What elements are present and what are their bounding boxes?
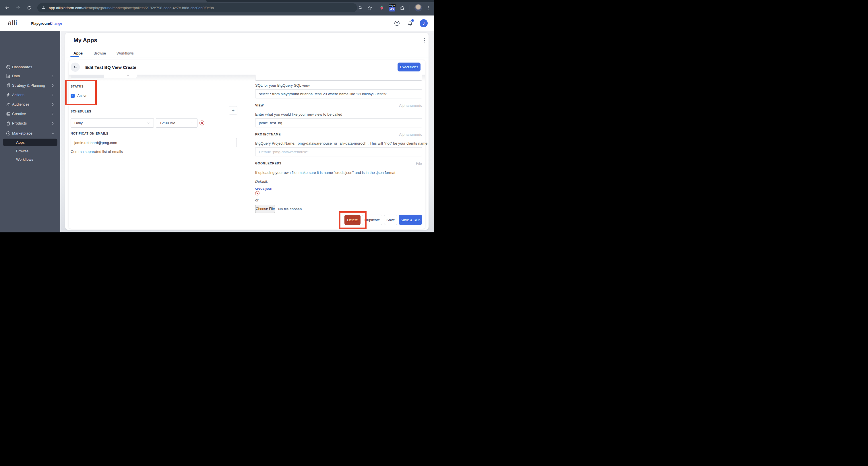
- chevron-down-icon: [147, 121, 150, 125]
- extension-strawberry-button[interactable]: [378, 4, 385, 11]
- browser-reload-button[interactable]: [24, 3, 34, 12]
- strawberry-icon: [379, 5, 384, 10]
- sidebar-item-dashboards[interactable]: Dashboards: [0, 62, 60, 72]
- duplicate-button[interactable]: Duplicate: [362, 215, 382, 225]
- sidebar-item-label: Dashboards: [12, 65, 32, 69]
- default-label: Default:: [255, 179, 268, 184]
- lightning-icon: [6, 92, 11, 98]
- extension-days-badge[interactable]: Days -22: [388, 3, 397, 12]
- sidebar-item-label: Creative: [12, 112, 26, 116]
- browser-profile-avatar[interactable]: [414, 4, 422, 11]
- browser-forward-button[interactable]: [13, 3, 23, 12]
- sidebar-item-marketplace[interactable]: Marketplace: [0, 129, 60, 138]
- browser-bookmark-button[interactable]: [366, 4, 373, 11]
- creds-file-link[interactable]: creds.json: [255, 186, 272, 190]
- sidebar-subitem-workflows[interactable]: Workflows: [0, 156, 60, 163]
- sidebar-item-audiences[interactable]: Audiences: [0, 100, 60, 109]
- remove-schedule-button[interactable]: ✕: [199, 121, 205, 125]
- no-file-chosen-text: No file chosen: [278, 207, 302, 211]
- browser-menu-button[interactable]: [425, 4, 432, 11]
- projectname-helper: BigQuery Project Name: `pmg-datawarehous…: [255, 141, 427, 146]
- chevron-right-icon: [51, 93, 55, 97]
- sidebar-subitem-label: Apps: [16, 140, 25, 145]
- svg-text:?: ?: [396, 22, 398, 25]
- sidebar-item-label: Strategy & Planning: [12, 83, 45, 88]
- sidebar-item-actions[interactable]: Actions: [0, 90, 60, 100]
- url-text: app.alliplatform.com/client/playground/m…: [49, 6, 214, 10]
- schedule-time-value: 12:00 AM: [160, 121, 175, 125]
- googlecreds-type-badge: File: [365, 161, 422, 165]
- app-header: [0, 15, 434, 31]
- browser-extensions-button[interactable]: [399, 4, 406, 11]
- choose-file-button[interactable]: Choose File: [255, 205, 275, 213]
- googlecreds-helper: If uploading your own file, make sure it…: [255, 170, 395, 175]
- view-label: VIEW: [255, 103, 264, 107]
- card-menu-button[interactable]: [422, 37, 427, 43]
- sidebar: Dashboards Data Strategy & Planning Acti…: [0, 31, 60, 232]
- delete-button[interactable]: Delete: [344, 215, 361, 225]
- forward-icon: [16, 5, 21, 10]
- sidebar-item-label: Audiences: [12, 102, 30, 106]
- tab-browse[interactable]: Browse: [94, 51, 106, 55]
- chevron-right-icon: [51, 112, 55, 116]
- back-icon: [5, 5, 10, 10]
- remove-creds-file-button[interactable]: ✕: [255, 191, 259, 195]
- status-label: STATUS: [71, 85, 84, 88]
- reload-icon: [27, 5, 32, 10]
- alli-logo[interactable]: alli: [8, 19, 17, 27]
- sidebar-item-products[interactable]: Products: [0, 119, 60, 128]
- tab-apps[interactable]: Apps: [73, 51, 83, 55]
- view-input[interactable]: [255, 118, 422, 127]
- sidebar-subitem-browse[interactable]: Browse: [0, 147, 60, 155]
- sql-input[interactable]: [255, 89, 422, 98]
- back-button[interactable]: [71, 63, 80, 72]
- projectname-type-badge: Alphanumeric: [365, 132, 422, 136]
- user-avatar[interactable]: J: [420, 19, 428, 27]
- googlecreds-label: GOOGLECREDS: [255, 161, 282, 165]
- people-icon: [6, 102, 11, 107]
- star-icon: [367, 5, 372, 10]
- sidebar-item-strategy-planning[interactable]: Strategy & Planning: [0, 81, 60, 90]
- chevron-right-icon: [51, 84, 55, 87]
- schedule-time-select[interactable]: 12:00 AM: [156, 118, 197, 128]
- executions-button[interactable]: Executions: [398, 63, 421, 71]
- back-arrow-icon: [73, 65, 78, 69]
- magnifier-icon: [358, 5, 363, 10]
- days-badge-value: -22: [389, 7, 395, 11]
- sidebar-subitem-apps[interactable]: Apps: [0, 138, 60, 146]
- notification-emails-label: NOTIFICATION EMAILS: [71, 132, 108, 135]
- clipped-segmented-control[interactable]: ••: [71, 74, 137, 78]
- status-checkbox-row: ✓ Active: [71, 94, 87, 98]
- schedule-frequency-select[interactable]: Daily: [71, 118, 154, 128]
- screen: app.alliplatform.com/client/playground/m…: [0, 0, 434, 233]
- notifications-button[interactable]: [406, 19, 414, 27]
- save-button[interactable]: Save: [384, 215, 397, 225]
- chevron-right-icon: [51, 74, 55, 78]
- clipboard-icon: [6, 83, 11, 88]
- bottom-strip: [0, 232, 434, 233]
- sidebar-item-label: Actions: [12, 93, 24, 97]
- active-checkbox-label: Active: [77, 94, 87, 98]
- browser-zoom-button[interactable]: [357, 4, 364, 11]
- url-bar[interactable]: app.alliplatform.com/client/playground/m…: [37, 3, 357, 12]
- tab-workflows[interactable]: Workflows: [117, 51, 134, 55]
- help-button[interactable]: ?: [393, 19, 401, 27]
- help-icon: ?: [394, 20, 400, 26]
- view-helper: Enter what you would like your new view …: [255, 112, 342, 117]
- active-checkbox[interactable]: ✓: [71, 94, 74, 98]
- projectname-input[interactable]: [255, 147, 422, 156]
- sidebar-item-data[interactable]: Data: [0, 71, 60, 81]
- sidebar-item-label: Marketplace: [12, 131, 32, 135]
- shopping-bag-icon: [6, 121, 11, 126]
- browser-back-button[interactable]: [2, 3, 12, 12]
- clipped-input[interactable]: [255, 74, 422, 81]
- add-schedule-button[interactable]: +: [229, 106, 237, 115]
- kebab-menu-icon: [426, 5, 431, 10]
- sql-label: SQL for your BigQuery SQL view: [255, 83, 310, 88]
- sidebar-item-creative[interactable]: Creative: [0, 109, 60, 119]
- bar-chart-icon: [6, 73, 11, 79]
- notification-emails-input[interactable]: [71, 138, 237, 147]
- save-and-run-button[interactable]: Save & Run: [399, 215, 422, 225]
- dashboard-icon: [6, 65, 11, 70]
- change-client-link[interactable]: Change: [50, 22, 62, 26]
